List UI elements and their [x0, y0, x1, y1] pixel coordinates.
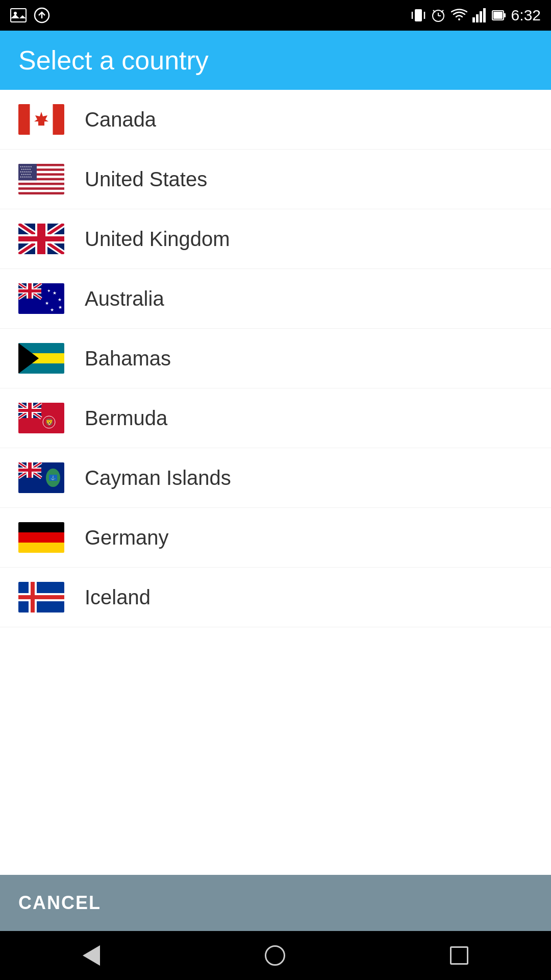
country-item-cayman-islands[interactable]: ⚓ Cayman Islands	[0, 448, 551, 508]
country-item-bermuda[interactable]: 🦁 Bermuda	[0, 388, 551, 448]
signal-icon	[472, 8, 487, 22]
svg-rect-18	[504, 13, 506, 17]
svg-text:★: ★	[53, 290, 57, 296]
cancel-label: CANCEL	[18, 892, 101, 913]
svg-rect-21	[53, 104, 65, 135]
country-name-united-kingdom: United Kingdom	[85, 228, 230, 251]
svg-rect-12	[472, 17, 475, 22]
country-name-germany: Germany	[85, 526, 169, 549]
country-name-bermuda: Bermuda	[85, 407, 167, 430]
recents-button[interactable]	[450, 946, 468, 965]
back-button[interactable]	[83, 945, 100, 966]
svg-text:★: ★	[50, 307, 54, 312]
svg-text:⚓: ⚓	[51, 475, 56, 480]
cancel-button[interactable]: CANCEL	[0, 875, 551, 931]
status-bar: 6:32	[0, 0, 551, 31]
svg-rect-14	[480, 11, 482, 22]
svg-text:★★★★★★: ★★★★★★	[20, 176, 32, 178]
svg-rect-15	[483, 8, 486, 22]
svg-rect-91	[18, 543, 64, 553]
svg-rect-26	[18, 180, 64, 183]
flag-bahamas	[18, 343, 64, 374]
image-icon	[10, 8, 27, 22]
recents-icon	[450, 946, 468, 965]
home-button[interactable]	[265, 945, 285, 966]
country-item-iceland[interactable]: Iceland	[0, 568, 551, 627]
svg-line-10	[433, 10, 435, 12]
status-bar-left-icons	[10, 7, 50, 23]
flag-united-states: ★★★★★★ ★★★★★ ★★★★★★ ★★★★★ ★★★★★★	[18, 164, 64, 194]
flag-canada	[18, 104, 64, 135]
upload-icon	[34, 7, 50, 23]
back-icon	[83, 945, 100, 966]
flag-united-kingdom	[18, 224, 64, 254]
country-item-bahamas[interactable]: Bahamas	[0, 329, 551, 388]
svg-rect-73	[18, 409, 41, 412]
svg-rect-17	[493, 12, 503, 19]
svg-text:🦁: 🦁	[45, 418, 54, 427]
navigation-bar	[0, 931, 551, 980]
home-icon	[265, 945, 285, 966]
country-item-canada[interactable]: Canada	[0, 90, 551, 150]
svg-rect-90	[18, 532, 64, 543]
country-item-united-states[interactable]: ★★★★★★ ★★★★★ ★★★★★★ ★★★★★ ★★★★★★ United …	[0, 150, 551, 209]
clock: 6:32	[511, 7, 541, 24]
country-name-canada: Canada	[85, 108, 156, 131]
svg-text:★: ★	[58, 297, 62, 302]
country-name-australia: Australia	[85, 287, 164, 310]
svg-rect-96	[18, 595, 64, 599]
country-list: Canada ★★★★★★ ★★★★★ ★★★★★★ ★★★★★ ★★★★★	[0, 90, 551, 875]
svg-rect-4	[415, 9, 422, 21]
country-name-iceland: Iceland	[85, 586, 151, 609]
svg-rect-20	[18, 104, 30, 135]
page-title: Select a country	[18, 45, 209, 75]
svg-rect-43	[18, 236, 64, 241]
battery-icon	[492, 8, 506, 22]
svg-rect-53	[18, 289, 41, 292]
svg-rect-0	[11, 9, 26, 22]
country-item-germany[interactable]: Germany	[0, 508, 551, 568]
flag-iceland	[18, 582, 64, 612]
svg-rect-28	[18, 190, 64, 192]
svg-rect-27	[18, 185, 64, 188]
vibrate-icon	[411, 7, 425, 23]
svg-text:★: ★	[45, 301, 49, 306]
svg-rect-13	[476, 14, 479, 22]
svg-text:✦: ✦	[47, 288, 51, 293]
country-item-united-kingdom[interactable]: United Kingdom	[0, 209, 551, 269]
country-item-australia[interactable]: ★ ★ ★ ★ ★ ✦ Australia	[0, 269, 551, 329]
country-name-united-states: United States	[85, 168, 207, 191]
country-name-cayman-islands: Cayman Islands	[85, 467, 231, 489]
flag-bermuda: 🦁	[18, 403, 64, 433]
flag-australia: ★ ★ ★ ★ ★ ✦	[18, 283, 64, 314]
svg-rect-85	[18, 469, 41, 472]
country-name-bahamas: Bahamas	[85, 347, 171, 370]
status-bar-right-icons: 6:32	[411, 7, 541, 24]
svg-text:★: ★	[58, 305, 62, 310]
flag-germany	[18, 522, 64, 553]
alarm-icon	[431, 8, 446, 23]
svg-rect-89	[18, 522, 64, 532]
flag-cayman-islands: ⚓	[18, 462, 64, 493]
svg-line-11	[441, 10, 443, 12]
app-header: Select a country	[0, 31, 551, 90]
wifi-icon	[451, 8, 467, 22]
